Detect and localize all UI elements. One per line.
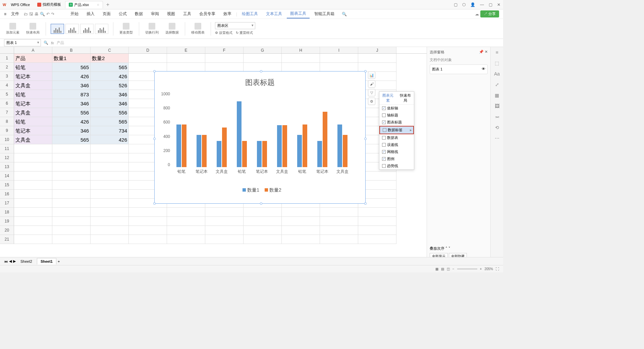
row-header[interactable]: 16	[0, 190, 14, 199]
cell[interactable]	[244, 217, 282, 226]
close-pane-icon[interactable]: ✕	[485, 50, 488, 54]
cell[interactable]	[52, 226, 91, 235]
cell[interactable]	[52, 153, 91, 162]
chart-title[interactable]: 图表标题	[155, 78, 365, 88]
cell[interactable]	[358, 235, 396, 244]
chart-elements-button[interactable]: 📊	[368, 71, 375, 79]
cell[interactable]	[52, 181, 91, 190]
row-header[interactable]: 7	[0, 108, 14, 117]
cell[interactable]: 文具盒	[14, 81, 52, 90]
cell[interactable]	[52, 144, 91, 153]
cell[interactable]	[52, 208, 91, 217]
close-icon[interactable]: ✕	[497, 2, 500, 7]
cell[interactable]: 565	[91, 117, 129, 126]
cell[interactable]: 铅笔	[14, 117, 52, 126]
col-header[interactable]: C	[91, 47, 129, 53]
cell[interactable]	[14, 226, 52, 235]
cell[interactable]	[282, 235, 320, 244]
chart-handle[interactable]	[364, 70, 367, 72]
select-data-button[interactable]: 选择数据	[163, 23, 181, 35]
cell[interactable]	[167, 54, 205, 63]
chart-element-option[interactable]: 图表标题	[379, 119, 414, 126]
popup-tab-layout[interactable]: 快速布局	[397, 92, 414, 104]
move-up-icon[interactable]: ˄	[445, 246, 447, 250]
cell[interactable]	[167, 208, 205, 217]
sheet-next-icon[interactable]: ▶	[13, 259, 16, 263]
chart-handle[interactable]	[153, 202, 156, 205]
row-header[interactable]: 6	[0, 99, 14, 108]
chart-element-option[interactable]: 数据表	[379, 134, 414, 141]
undo-icon[interactable]: ↶	[46, 12, 50, 16]
cell[interactable]	[205, 217, 244, 226]
chart-handle[interactable]	[153, 70, 156, 72]
cell[interactable]	[52, 199, 91, 208]
chart-element-option[interactable]: 图例	[379, 155, 414, 162]
chart-style-preview[interactable]	[65, 24, 79, 34]
cell[interactable]	[358, 217, 396, 226]
view-split-icon[interactable]: ◫	[447, 267, 450, 271]
menu-data[interactable]: 数据	[131, 10, 146, 18]
col-header[interactable]: E	[167, 47, 205, 53]
move-chart-button[interactable]: 移动图表	[189, 23, 207, 35]
new-tab-button[interactable]: +	[106, 2, 109, 8]
row-header[interactable]: 13	[0, 162, 14, 171]
cell[interactable]	[320, 226, 358, 235]
chart-handle[interactable]	[260, 70, 262, 72]
cell[interactable]	[91, 226, 129, 235]
quick-layout-button[interactable]: 快速布局	[24, 23, 42, 35]
checkbox[interactable]	[383, 128, 386, 132]
share-button[interactable]: ↗ 分享	[480, 10, 499, 17]
tab-template[interactable]: 找稻壳模板	[34, 1, 64, 8]
col-header[interactable]: F	[205, 47, 244, 53]
row-header[interactable]: 11	[0, 144, 14, 153]
style-icon[interactable]: Aa	[494, 71, 500, 77]
menu-formula[interactable]: 公式	[115, 10, 130, 18]
cell[interactable]: 426	[91, 135, 129, 144]
menu-text-tools[interactable]: 文本工具	[263, 10, 285, 18]
cell[interactable]	[244, 54, 282, 63]
col-header[interactable]: H	[282, 47, 320, 53]
cell[interactable]	[282, 208, 320, 217]
row-header[interactable]: 19	[0, 217, 14, 226]
chart-element-option[interactable]: 数据标签	[379, 126, 414, 134]
cell[interactable]	[358, 208, 396, 217]
col-header[interactable]: I	[320, 47, 358, 53]
cell[interactable]	[167, 235, 205, 244]
cell[interactable]	[244, 235, 282, 244]
move-down-icon[interactable]: ˅	[448, 246, 450, 250]
cell[interactable]	[320, 63, 358, 72]
cell[interactable]	[52, 162, 91, 171]
cell[interactable]: 346	[91, 90, 129, 99]
sheet-tab-sheet2[interactable]: Sheet2	[17, 258, 36, 264]
checkbox[interactable]	[382, 143, 386, 147]
select-all-corner[interactable]	[0, 47, 14, 53]
cell[interactable]	[91, 162, 129, 171]
menu-insert[interactable]: 插入	[83, 10, 98, 18]
menu-smart-tools[interactable]: 智能工具箱	[311, 10, 338, 18]
popup-tab-elements[interactable]: 图表元素	[379, 92, 397, 104]
cell[interactable]: 346	[91, 99, 129, 108]
minimize-icon[interactable]: —	[480, 2, 484, 7]
sheet-first-icon[interactable]: ⏮	[4, 259, 8, 263]
tab-close-icon[interactable]: ○	[97, 3, 99, 7]
cell[interactable]	[14, 181, 52, 190]
zoom-level[interactable]: 205%	[484, 267, 493, 271]
col-header[interactable]: A	[14, 47, 52, 53]
cell[interactable]: 565	[52, 135, 91, 144]
cell[interactable]	[358, 226, 396, 235]
name-box[interactable]: 图表 1	[4, 39, 41, 46]
cell[interactable]: 526	[91, 81, 129, 90]
layers-icon[interactable]: ▦	[494, 93, 500, 99]
pin-icon[interactable]: 📌	[479, 50, 484, 54]
cell[interactable]	[14, 171, 52, 181]
cell[interactable]	[52, 217, 91, 226]
fullscreen-icon[interactable]: ⛶	[496, 267, 499, 271]
switch-rc-button[interactable]: 切换行列	[143, 23, 161, 35]
chart-style-preview[interactable]	[80, 24, 94, 34]
cell[interactable]	[320, 208, 358, 217]
menu-file[interactable]: 文件	[8, 10, 22, 18]
cell[interactable]	[52, 171, 91, 181]
cell[interactable]	[129, 217, 167, 226]
cell[interactable]	[282, 54, 320, 63]
cell[interactable]: 556	[91, 108, 129, 117]
